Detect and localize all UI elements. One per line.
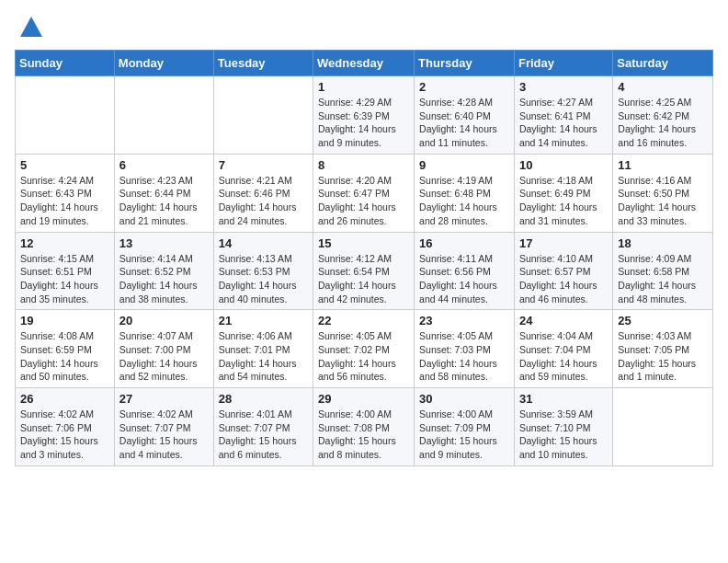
day-info: Sunrise: 4:13 AM Sunset: 6:53 PM Dayligh… bbox=[219, 252, 308, 306]
calendar-table: SundayMondayTuesdayWednesdayThursdayFrid… bbox=[15, 50, 713, 466]
calendar-cell bbox=[114, 76, 213, 155]
day-number: 14 bbox=[219, 236, 308, 250]
week-row-1: 1Sunrise: 4:29 AM Sunset: 6:39 PM Daylig… bbox=[16, 76, 713, 155]
calendar-cell: 24Sunrise: 4:04 AM Sunset: 7:04 PM Dayli… bbox=[514, 310, 612, 388]
calendar-cell: 9Sunrise: 4:19 AM Sunset: 6:48 PM Daylig… bbox=[415, 154, 515, 232]
calendar-cell: 29Sunrise: 4:00 AM Sunset: 7:08 PM Dayli… bbox=[313, 388, 415, 466]
day-info: Sunrise: 4:12 AM Sunset: 6:54 PM Dayligh… bbox=[318, 252, 409, 306]
day-info: Sunrise: 4:25 AM Sunset: 6:42 PM Dayligh… bbox=[618, 96, 708, 150]
calendar-cell: 6Sunrise: 4:23 AM Sunset: 6:44 PM Daylig… bbox=[114, 154, 213, 232]
calendar-cell: 31Sunrise: 3:59 AM Sunset: 7:10 PM Dayli… bbox=[514, 388, 612, 466]
calendar-cell: 27Sunrise: 4:02 AM Sunset: 7:07 PM Dayli… bbox=[114, 388, 213, 466]
header-monday: Monday bbox=[114, 51, 213, 76]
day-info: Sunrise: 4:05 AM Sunset: 7:02 PM Dayligh… bbox=[318, 329, 409, 384]
calendar-cell bbox=[213, 76, 313, 155]
day-number: 22 bbox=[318, 314, 409, 327]
day-number: 11 bbox=[618, 158, 708, 172]
week-row-3: 12Sunrise: 4:15 AM Sunset: 6:51 PM Dayli… bbox=[16, 232, 713, 310]
page-header bbox=[15, 15, 713, 40]
day-number: 13 bbox=[119, 236, 209, 250]
day-info: Sunrise: 4:10 AM Sunset: 6:57 PM Dayligh… bbox=[519, 252, 608, 306]
day-info: Sunrise: 4:18 AM Sunset: 6:49 PM Dayligh… bbox=[519, 174, 608, 228]
day-info: Sunrise: 4:02 AM Sunset: 7:07 PM Dayligh… bbox=[119, 408, 209, 462]
day-info: Sunrise: 4:21 AM Sunset: 6:46 PM Dayligh… bbox=[219, 174, 308, 228]
day-info: Sunrise: 4:01 AM Sunset: 7:07 PM Dayligh… bbox=[219, 408, 308, 462]
day-info: Sunrise: 4:07 AM Sunset: 7:00 PM Dayligh… bbox=[119, 329, 209, 384]
calendar-cell: 7Sunrise: 4:21 AM Sunset: 6:46 PM Daylig… bbox=[213, 154, 313, 232]
day-number: 4 bbox=[618, 80, 708, 94]
day-number: 3 bbox=[519, 80, 608, 94]
day-number: 10 bbox=[519, 158, 608, 172]
calendar-cell: 30Sunrise: 4:00 AM Sunset: 7:09 PM Dayli… bbox=[415, 388, 515, 466]
calendar-cell: 8Sunrise: 4:20 AM Sunset: 6:47 PM Daylig… bbox=[313, 154, 415, 232]
day-number: 15 bbox=[318, 236, 409, 250]
day-number: 1 bbox=[318, 80, 409, 94]
calendar-cell: 10Sunrise: 4:18 AM Sunset: 6:49 PM Dayli… bbox=[514, 154, 612, 232]
day-number: 7 bbox=[219, 158, 308, 172]
day-number: 8 bbox=[318, 158, 409, 172]
header-friday: Friday bbox=[514, 51, 612, 76]
header-saturday: Saturday bbox=[613, 51, 713, 76]
day-info: Sunrise: 4:00 AM Sunset: 7:09 PM Dayligh… bbox=[419, 408, 509, 462]
day-info: Sunrise: 4:15 AM Sunset: 6:51 PM Dayligh… bbox=[20, 252, 109, 306]
day-number: 23 bbox=[419, 314, 509, 327]
day-number: 17 bbox=[519, 236, 608, 250]
day-info: Sunrise: 4:02 AM Sunset: 7:06 PM Dayligh… bbox=[20, 408, 109, 462]
calendar-cell: 21Sunrise: 4:06 AM Sunset: 7:01 PM Dayli… bbox=[213, 310, 313, 388]
day-info: Sunrise: 3:59 AM Sunset: 7:10 PM Dayligh… bbox=[519, 408, 608, 462]
header-thursday: Thursday bbox=[415, 51, 515, 76]
day-number: 2 bbox=[419, 80, 509, 94]
day-number: 21 bbox=[219, 314, 308, 327]
header-sunday: Sunday bbox=[16, 51, 115, 76]
day-number: 9 bbox=[419, 158, 509, 172]
calendar-cell: 4Sunrise: 4:25 AM Sunset: 6:42 PM Daylig… bbox=[613, 76, 713, 155]
calendar-cell bbox=[613, 388, 713, 466]
calendar-cell: 16Sunrise: 4:11 AM Sunset: 6:56 PM Dayli… bbox=[415, 232, 515, 310]
day-info: Sunrise: 4:09 AM Sunset: 6:58 PM Dayligh… bbox=[618, 252, 708, 306]
calendar-cell: 22Sunrise: 4:05 AM Sunset: 7:02 PM Dayli… bbox=[313, 310, 415, 388]
day-number: 12 bbox=[20, 236, 109, 250]
day-info: Sunrise: 4:24 AM Sunset: 6:43 PM Dayligh… bbox=[20, 174, 109, 228]
day-info: Sunrise: 4:23 AM Sunset: 6:44 PM Dayligh… bbox=[119, 174, 209, 228]
calendar-cell: 11Sunrise: 4:16 AM Sunset: 6:50 PM Dayli… bbox=[613, 154, 713, 232]
week-row-5: 26Sunrise: 4:02 AM Sunset: 7:06 PM Dayli… bbox=[16, 388, 713, 466]
day-info: Sunrise: 4:20 AM Sunset: 6:47 PM Dayligh… bbox=[318, 174, 409, 228]
calendar-cell: 23Sunrise: 4:05 AM Sunset: 7:03 PM Dayli… bbox=[415, 310, 515, 388]
day-number: 20 bbox=[119, 314, 209, 327]
day-number: 26 bbox=[20, 392, 109, 406]
calendar-cell: 18Sunrise: 4:09 AM Sunset: 6:58 PM Dayli… bbox=[613, 232, 713, 310]
calendar-cell: 12Sunrise: 4:15 AM Sunset: 6:51 PM Dayli… bbox=[16, 232, 115, 310]
day-info: Sunrise: 4:29 AM Sunset: 6:39 PM Dayligh… bbox=[318, 96, 409, 150]
logo-icon bbox=[18, 15, 44, 40]
day-number: 18 bbox=[618, 236, 708, 250]
calendar-cell: 15Sunrise: 4:12 AM Sunset: 6:54 PM Dayli… bbox=[313, 232, 415, 310]
calendar-cell: 5Sunrise: 4:24 AM Sunset: 6:43 PM Daylig… bbox=[16, 154, 115, 232]
day-number: 27 bbox=[119, 392, 209, 406]
day-number: 19 bbox=[20, 314, 109, 327]
day-info: Sunrise: 4:00 AM Sunset: 7:08 PM Dayligh… bbox=[318, 408, 409, 462]
svg-marker-0 bbox=[20, 17, 42, 37]
calendar-cell: 3Sunrise: 4:27 AM Sunset: 6:41 PM Daylig… bbox=[514, 76, 612, 155]
day-info: Sunrise: 4:03 AM Sunset: 7:05 PM Dayligh… bbox=[618, 329, 708, 384]
day-number: 6 bbox=[119, 158, 209, 172]
day-info: Sunrise: 4:08 AM Sunset: 6:59 PM Dayligh… bbox=[20, 329, 109, 384]
calendar-cell: 14Sunrise: 4:13 AM Sunset: 6:53 PM Dayli… bbox=[213, 232, 313, 310]
header-tuesday: Tuesday bbox=[213, 51, 313, 76]
calendar-cell: 25Sunrise: 4:03 AM Sunset: 7:05 PM Dayli… bbox=[613, 310, 713, 388]
calendar-cell: 1Sunrise: 4:29 AM Sunset: 6:39 PM Daylig… bbox=[313, 76, 415, 155]
calendar-cell bbox=[16, 76, 115, 155]
day-info: Sunrise: 4:05 AM Sunset: 7:03 PM Dayligh… bbox=[419, 329, 509, 384]
calendar-cell: 26Sunrise: 4:02 AM Sunset: 7:06 PM Dayli… bbox=[16, 388, 115, 466]
day-info: Sunrise: 4:11 AM Sunset: 6:56 PM Dayligh… bbox=[419, 252, 509, 306]
day-info: Sunrise: 4:27 AM Sunset: 6:41 PM Dayligh… bbox=[519, 96, 608, 150]
day-number: 24 bbox=[519, 314, 608, 327]
day-number: 16 bbox=[419, 236, 509, 250]
day-info: Sunrise: 4:04 AM Sunset: 7:04 PM Dayligh… bbox=[519, 329, 608, 384]
calendar-cell: 19Sunrise: 4:08 AM Sunset: 6:59 PM Dayli… bbox=[16, 310, 115, 388]
day-number: 25 bbox=[618, 314, 708, 327]
day-number: 28 bbox=[219, 392, 308, 406]
calendar-cell: 2Sunrise: 4:28 AM Sunset: 6:40 PM Daylig… bbox=[415, 76, 515, 155]
calendar-cell: 13Sunrise: 4:14 AM Sunset: 6:52 PM Dayli… bbox=[114, 232, 213, 310]
week-row-2: 5Sunrise: 4:24 AM Sunset: 6:43 PM Daylig… bbox=[16, 154, 713, 232]
week-row-4: 19Sunrise: 4:08 AM Sunset: 6:59 PM Dayli… bbox=[16, 310, 713, 388]
